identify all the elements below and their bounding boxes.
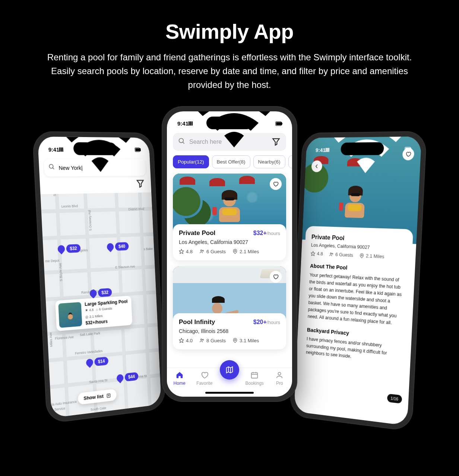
page-subtitle: Renting a pool for family and friend gat… [43,50,416,92]
guests: 6 Guests [199,249,226,254]
street-label: x Service [52,406,65,412]
guests-icon: ⌂ 6 Guests [96,306,112,311]
street-label: Florence Ave [55,335,74,340]
privacy-text: I have privacy fences and/or shrubbery s… [306,335,401,365]
phone-detail: 9:41 1/16 Private Pool Los Angeles, Cali… [290,131,426,431]
tab-profile[interactable]: Pro [267,371,292,386]
chip-popular[interactable]: Popular(12) [173,155,209,168]
rating: 4.8 [179,249,193,254]
svg-point-22 [332,253,333,254]
street-label: S Soto St [52,192,57,196]
svg-rect-2 [107,393,110,397]
favorite-button[interactable] [270,271,282,283]
card-location: Chicago, Illinois 2568 [179,328,280,334]
map-popup-card[interactable]: Large Sparkling Pool ★ 4.8 ⌂ 6 Guests ◎ … [55,295,132,331]
battery-icon [405,147,411,151]
svg-point-14 [234,339,236,341]
svg-point-8 [201,250,202,251]
map-view[interactable]: S Soto St Leonis Blvd District Blvd me D… [41,192,162,418]
chip-pets[interactable]: Pets Frie [288,155,292,168]
card-location: Los Angeles, California 90027 [179,239,280,245]
svg-line-1 [53,168,54,169]
svg-point-19 [278,372,281,375]
svg-rect-15 [251,372,258,378]
phone-map: 9:41 [33,132,165,423]
guests: 6 Guests [329,251,354,258]
street-label: S Boyle Ave [58,263,63,281]
battery-icon [275,121,282,126]
location-icon: ◎ 2.1 Miles [85,313,103,319]
guests: 8 Guests [199,338,226,343]
svg-line-6 [183,142,184,143]
pool-card[interactable]: Private Pool $32+/hours Los Angeles, Cal… [173,174,286,260]
show-list-button[interactable]: Show list [78,388,117,404]
search-icon [178,137,186,146]
filter-button[interactable] [136,178,145,189]
svg-marker-20 [311,251,315,256]
svg-point-0 [49,164,53,168]
distance: 2.1 Miles [359,253,384,259]
svg-point-9 [203,250,204,251]
card-price: $32+/hours [253,230,280,237]
street-label: District Blvd [128,207,144,211]
home-indicator [205,392,254,394]
status-time: 9:41 [316,146,326,153]
svg-point-23 [361,254,362,256]
rating: 4.0 [179,338,193,343]
distance: 2.1 Miles [232,249,259,254]
status-time: 9:41 [177,120,189,127]
map-pin[interactable]: $40 [107,242,129,251]
card-price: $20+/hours [253,319,280,326]
battery-icon [134,147,140,152]
street-label: S Downey Rd [88,210,92,231]
notch [73,142,117,155]
page-title: Swimply App [0,0,459,44]
map-pin[interactable]: $44 [117,372,139,382]
distance: 3.1 Miles [232,338,259,343]
card-title: Private Pool [179,229,215,237]
status-time: 9:41 [48,146,59,153]
svg-point-12 [201,339,202,340]
street-label: Leonis Blvd [61,204,78,208]
popup-thumbnail [58,302,82,327]
star-icon: ★ 4.8 [85,307,94,312]
tab-home[interactable]: Home [167,371,192,386]
search-icon [48,163,56,172]
street-label: South Gate [91,406,107,411]
street-label: ta Auto Insurance [51,400,77,406]
svg-point-13 [203,339,204,340]
map-pin[interactable]: $32 [57,244,80,253]
about-heading: About The Pool [310,262,405,273]
pool-card[interactable]: Pool Infinity $20+/hours Chicago, Illino… [173,266,286,349]
svg-point-5 [179,138,184,143]
rating: 4.8 [311,250,323,256]
tab-favorite[interactable]: Favorite [192,371,217,386]
filter-chips: Popular(12) Best Offer(8) Nearby(6) Pets… [167,155,292,174]
svg-marker-11 [179,338,184,343]
svg-point-21 [330,253,331,254]
street-label: me Depot [45,258,59,263]
svg-line-4 [108,396,109,396]
svg-point-10 [234,250,236,252]
phone-listing: 9:41 Popular(12) Best Offer(8) Nearby( [162,107,297,401]
map-fab-button[interactable] [220,360,239,380]
svg-marker-7 [179,249,184,254]
notch [206,117,253,129]
map-pin[interactable]: $32 [89,288,112,298]
cellular-icon [326,147,330,152]
cellular-icon [189,121,193,126]
chip-nearby[interactable]: Nearby(6) [253,155,285,168]
cellular-icon [59,147,63,151]
tab-bookings[interactable]: Bookings [242,371,267,386]
about-text: Your perfect getaway! Relax with the sou… [307,272,404,327]
street-label: Miles Ave [49,332,53,347]
street-label: s Bake [143,247,153,251]
chip-best-offer[interactable]: Best Offer(8) [212,155,250,168]
favorite-button[interactable] [270,178,282,190]
card-title: Pool Infinity [179,318,215,326]
notch [341,142,384,155]
